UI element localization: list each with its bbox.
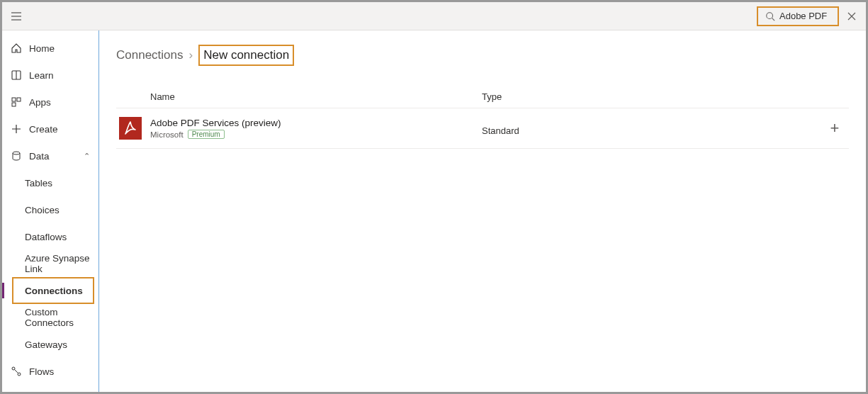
plus-icon: + bbox=[830, 120, 840, 136]
table-header: Name Type bbox=[116, 86, 849, 108]
top-bar bbox=[2, 2, 866, 30]
svg-point-8 bbox=[12, 367, 15, 370]
search-box[interactable] bbox=[757, 6, 839, 26]
column-header-type[interactable]: Type bbox=[482, 91, 849, 102]
svg-rect-5 bbox=[17, 98, 21, 101]
premium-badge: Premium bbox=[188, 130, 225, 139]
sidebar-label: Home bbox=[29, 43, 55, 54]
sidebar-label: Data bbox=[29, 151, 50, 162]
search-icon bbox=[765, 11, 775, 21]
column-header-name[interactable]: Name bbox=[150, 91, 482, 102]
svg-rect-4 bbox=[12, 98, 16, 101]
sidebar-label: Create bbox=[29, 124, 58, 135]
home-icon bbox=[11, 43, 22, 54]
breadcrumb-parent[interactable]: Connections bbox=[116, 48, 184, 62]
plus-icon bbox=[11, 123, 22, 135]
sidebar-subitem-choices[interactable]: Choices bbox=[2, 196, 98, 223]
chevron-right-icon: › bbox=[189, 48, 193, 62]
svg-point-7 bbox=[13, 152, 20, 154]
learn-icon bbox=[11, 69, 22, 81]
add-connection-button[interactable]: + bbox=[821, 120, 849, 136]
sidebar-subitem-connections[interactable]: Connections bbox=[12, 277, 94, 304]
close-icon bbox=[847, 12, 856, 21]
svg-line-1 bbox=[772, 18, 775, 21]
adobe-pdf-icon bbox=[119, 117, 142, 140]
svg-point-9 bbox=[18, 373, 21, 376]
sidebar-subitem-custom-connectors[interactable]: Custom Connectors bbox=[2, 304, 98, 331]
sidebar-subitem-gateways[interactable]: Gateways bbox=[2, 331, 98, 358]
connector-icon bbox=[116, 117, 150, 140]
sidebar-item-home[interactable]: Home bbox=[2, 35, 98, 62]
hamburger-icon bbox=[11, 11, 22, 22]
chevron-up-icon: ⌃ bbox=[84, 152, 90, 161]
apps-icon bbox=[11, 96, 22, 108]
flows-icon bbox=[11, 366, 22, 377]
svg-point-0 bbox=[767, 12, 773, 18]
sidebar-subitem-tables[interactable]: Tables bbox=[2, 169, 98, 196]
sidebar-item-create[interactable]: Create bbox=[2, 116, 98, 142]
connector-type: Standard bbox=[482, 121, 821, 136]
sidebar: Home Learn Apps Create Data ⌃ Tables Cho… bbox=[2, 30, 99, 392]
sidebar-subitem-dataflows[interactable]: Dataflows bbox=[2, 223, 98, 250]
sidebar-item-apps[interactable]: Apps bbox=[2, 89, 98, 116]
sidebar-subitem-synapse[interactable]: Azure Synapse Link bbox=[2, 250, 98, 277]
breadcrumb-current: New connection bbox=[198, 45, 294, 66]
sidebar-item-data[interactable]: Data ⌃ bbox=[2, 142, 98, 169]
sidebar-label: Flows bbox=[29, 366, 54, 377]
table-row[interactable]: Adobe PDF Services (preview) Microsoft P… bbox=[116, 108, 849, 149]
connector-publisher: Microsoft bbox=[150, 130, 184, 139]
sidebar-label: Learn bbox=[29, 70, 54, 81]
hamburger-menu[interactable] bbox=[2, 2, 30, 30]
search-input[interactable] bbox=[779, 11, 830, 21]
sidebar-label: Apps bbox=[29, 97, 51, 108]
sidebar-item-flows[interactable]: Flows bbox=[2, 358, 98, 385]
svg-rect-6 bbox=[12, 103, 16, 106]
search-clear[interactable] bbox=[842, 6, 862, 26]
breadcrumb: Connections › New connection bbox=[116, 45, 849, 66]
data-icon bbox=[11, 150, 22, 162]
connector-name: Adobe PDF Services (preview) bbox=[150, 118, 482, 128]
main-content: Connections › New connection Name Type A… bbox=[99, 30, 866, 392]
sidebar-item-learn[interactable]: Learn bbox=[2, 62, 98, 89]
